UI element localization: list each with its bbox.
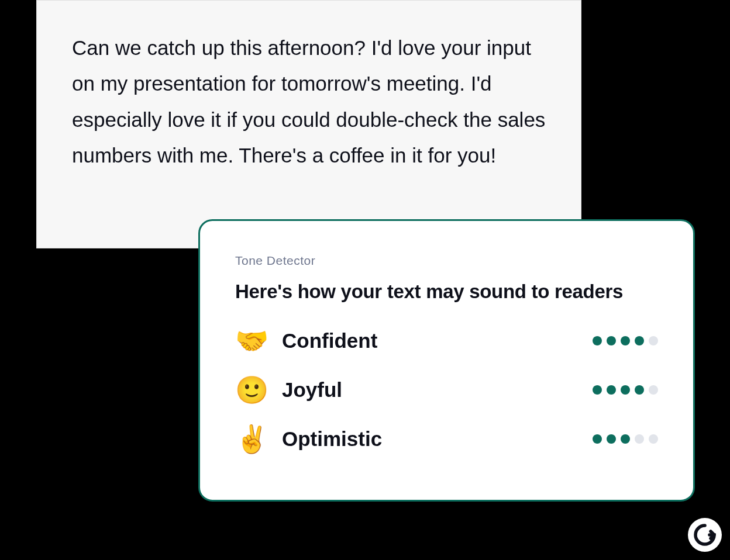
dot-filled xyxy=(607,434,616,444)
editor-text[interactable]: Can we catch up this afternoon? I'd love… xyxy=(72,30,546,173)
tone-label: Optimistic xyxy=(282,427,577,451)
tone-panel-subtitle: Tone Detector xyxy=(235,254,658,268)
dot-empty xyxy=(649,336,658,345)
grammarly-badge[interactable] xyxy=(688,518,722,552)
dot-filled xyxy=(607,336,616,345)
dot-filled xyxy=(635,336,644,345)
tone-score-dots xyxy=(593,434,658,444)
tone-label: Joyful xyxy=(282,378,577,402)
dot-filled xyxy=(607,385,616,395)
dot-empty xyxy=(649,385,658,395)
handshake-icon: 🤝 xyxy=(235,327,267,354)
tone-score-dots xyxy=(593,385,658,395)
grammarly-logo-icon xyxy=(691,521,719,549)
tone-row-optimistic: ✌️ Optimistic xyxy=(235,426,658,452)
dot-filled xyxy=(621,385,630,395)
text-editor[interactable]: Can we catch up this afternoon? I'd love… xyxy=(36,0,581,248)
dot-filled xyxy=(621,336,630,345)
dot-filled xyxy=(593,385,602,395)
dot-empty xyxy=(635,434,644,444)
tone-panel-title: Here's how your text may sound to reader… xyxy=(235,281,658,303)
tone-detector-panel: Tone Detector Here's how your text may s… xyxy=(198,219,695,502)
dot-empty xyxy=(649,434,658,444)
dot-filled xyxy=(593,336,602,345)
tone-row-joyful: 🙂 Joyful xyxy=(235,376,658,403)
tone-score-dots xyxy=(593,336,658,345)
tone-row-confident: 🤝 Confident xyxy=(235,327,658,354)
smiling-face-icon: 🙂 xyxy=(235,376,267,403)
dot-filled xyxy=(593,434,602,444)
tone-list: 🤝 Confident 🙂 Joyful ✌️ Optimi xyxy=(235,327,658,452)
tone-label: Confident xyxy=(282,329,577,352)
victory-hand-icon: ✌️ xyxy=(235,426,267,452)
dot-filled xyxy=(621,434,630,444)
dot-filled xyxy=(635,385,644,395)
